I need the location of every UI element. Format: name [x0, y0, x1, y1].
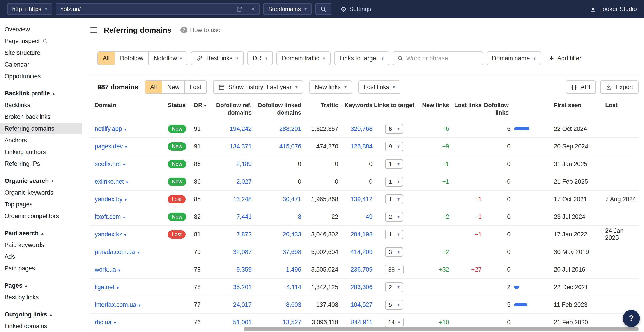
domain-link[interactable]: itxoft.com — [95, 213, 121, 220]
sidebar-item-top-pages[interactable]: Top pages — [0, 198, 82, 210]
links-to-target-select[interactable]: 1▾ — [385, 194, 403, 204]
col-dofollow-ref[interactable]: Dofollow ref. domains — [214, 102, 252, 116]
col-status[interactable]: Status — [166, 102, 192, 109]
dofollow-linked-link[interactable]: 8 — [298, 213, 301, 220]
dofollow-linked-link[interactable]: 20,433 — [282, 231, 301, 238]
dofollow-linked-link[interactable]: 0 — [298, 178, 301, 185]
dofollow-ref-link[interactable]: 194,242 — [230, 126, 252, 132]
links-to-target-select[interactable]: 38▾ — [385, 265, 404, 274]
status-segment-new[interactable]: New — [162, 81, 185, 94]
segment-all[interactable]: All — [98, 52, 115, 64]
phrase-search-input[interactable] — [406, 55, 486, 62]
dofollow-ref-link[interactable]: 32,087 — [233, 248, 252, 255]
sidebar-item-anchors[interactable]: Anchors — [0, 134, 82, 146]
links-to-target-select[interactable]: 1▾ — [385, 159, 403, 169]
domain-link[interactable]: yandex.kz — [95, 231, 122, 238]
dofollow-ref-link[interactable]: 13,248 — [233, 196, 252, 202]
col-dr[interactable]: DR ▾ — [192, 102, 214, 109]
sidebar-section-organic-search[interactable]: Organic search▴ — [0, 175, 82, 187]
keywords-link[interactable]: 236,709 — [350, 266, 372, 273]
sidebar-item-referring-domains[interactable]: Referring domains — [0, 123, 82, 134]
chevron-down-icon[interactable]: ▾ — [137, 250, 139, 255]
dofollow-linked-link[interactable]: 415,076 — [279, 143, 301, 150]
domain-link[interactable]: exlinko.net — [95, 178, 124, 185]
links-to-target-dropdown[interactable]: Links to target ▾ — [334, 52, 389, 65]
links-to-target-select[interactable]: 2▾ — [385, 282, 403, 292]
chevron-down-icon[interactable]: ▾ — [126, 180, 128, 184]
chevron-down-icon[interactable]: ▾ — [125, 198, 127, 202]
domain-link[interactable]: netlify.app — [95, 126, 122, 132]
sidebar-item-opportunities[interactable]: Opportunities — [0, 70, 82, 82]
clear-url-icon[interactable]: × — [251, 6, 255, 12]
col-links-to-target[interactable]: Links to target — [372, 102, 416, 109]
dofollow-linked-link[interactable]: 30,471 — [282, 196, 301, 202]
sidebar-item-organic-competitors[interactable]: Organic competitors — [0, 210, 82, 222]
keywords-link[interactable]: 126,884 — [350, 143, 372, 150]
export-button[interactable]: Export — [600, 80, 638, 94]
keywords-link[interactable]: 0 — [369, 178, 372, 185]
search-button[interactable] — [315, 3, 332, 15]
links-to-target-select[interactable]: 6▾ — [385, 124, 403, 134]
domain-link[interactable]: work.ua — [95, 266, 116, 273]
dofollow-ref-link[interactable]: 7,441 — [236, 213, 252, 220]
segment-dofollow[interactable]: Dofollow — [115, 52, 149, 64]
sidebar-item-organic-keywords[interactable]: Organic keywords — [0, 187, 82, 198]
keywords-link[interactable]: 104,527 — [350, 301, 372, 308]
sidebar-item-paid-keywords[interactable]: Paid keywords — [0, 239, 82, 251]
col-dofollow-linked[interactable]: Dofollow linked domains — [252, 102, 301, 116]
dofollow-ref-link[interactable]: 2,189 — [236, 160, 252, 167]
chevron-down-icon[interactable]: ▾ — [116, 286, 118, 290]
col-lost[interactable]: Lost — [590, 102, 638, 109]
external-link-icon[interactable] — [236, 6, 243, 12]
dofollow-ref-link[interactable]: 51,001 — [233, 319, 252, 326]
col-lost-links[interactable]: Lost links — [449, 102, 482, 109]
domain-link[interactable]: interfax.com.ua — [95, 301, 136, 308]
dofollow-ref-link[interactable]: 9,359 — [236, 266, 252, 273]
keywords-link[interactable]: 284,198 — [350, 231, 372, 238]
col-new-links[interactable]: New links — [416, 102, 449, 109]
dr-filter-dropdown[interactable]: DR ▾ — [247, 52, 273, 65]
chevron-down-icon[interactable]: ▾ — [114, 321, 116, 325]
dofollow-linked-link[interactable]: 37,698 — [282, 248, 301, 255]
links-to-target-select[interactable]: 14▾ — [385, 318, 404, 327]
keywords-link[interactable]: 320,768 — [350, 126, 372, 132]
links-to-target-select[interactable]: 9▾ — [385, 142, 403, 151]
domain-traffic-dropdown[interactable]: Domain traffic ▾ — [276, 52, 330, 65]
links-to-target-select[interactable]: 5▾ — [385, 300, 403, 310]
dofollow-ref-link[interactable]: 2,027 — [236, 178, 252, 185]
sidebar-item-best-by-links[interactable]: Best by links — [0, 292, 82, 303]
domain-link[interactable]: seoflx.net — [95, 160, 121, 167]
links-to-target-select[interactable]: 1▾ — [385, 230, 403, 239]
help-button[interactable]: ? — [623, 310, 640, 327]
sidebar-item-linked-domains[interactable]: Linked domains — [0, 320, 82, 332]
chevron-down-icon[interactable]: ▾ — [124, 233, 126, 237]
dofollow-ref-link[interactable]: 7,872 — [236, 231, 252, 238]
links-to-target-select[interactable]: 2▾ — [385, 212, 403, 222]
search-mode-dropdown[interactable]: Domain name ▾ — [486, 52, 541, 65]
segment-nofollow[interactable]: Nofollow▾ — [149, 52, 187, 64]
dofollow-ref-link[interactable]: 134,371 — [230, 143, 252, 150]
keywords-link[interactable]: 49 — [366, 213, 372, 220]
how-to-use-link[interactable]: ? How to use — [180, 26, 220, 34]
domain-link[interactable]: yandex.by — [95, 196, 122, 202]
sidebar-item-site-structure[interactable]: Site structure — [0, 47, 82, 59]
col-dofollow-links[interactable]: Dofollow links — [482, 102, 531, 116]
new-links-dropdown[interactable]: New links ▾ — [309, 80, 352, 94]
dofollow-linked-link[interactable]: 13,527 — [282, 319, 301, 326]
status-segment-lost[interactable]: Lost — [185, 81, 206, 94]
links-to-target-select[interactable]: 3▾ — [385, 247, 403, 257]
sidebar-item-broken-backlinks[interactable]: Broken backlinks — [0, 111, 82, 123]
sidebar-item-backlinks[interactable]: Backlinks — [0, 99, 82, 111]
col-first-seen[interactable]: First seen — [531, 102, 590, 109]
dofollow-linked-link[interactable]: 1,496 — [286, 266, 301, 273]
keywords-link[interactable]: 139,412 — [350, 196, 372, 202]
chevron-down-icon[interactable]: ▾ — [118, 268, 120, 272]
looker-studio-link[interactable]: Looker Studio — [590, 6, 637, 13]
dofollow-ref-link[interactable]: 24,017 — [233, 301, 252, 308]
chevron-down-icon[interactable]: ▾ — [139, 303, 141, 308]
domain-link[interactable]: pages.dev — [95, 143, 123, 150]
dofollow-linked-link[interactable]: 4,114 — [286, 284, 301, 290]
show-history-dropdown[interactable]: Show history: Last year ▾ — [213, 80, 303, 94]
scope-dropdown[interactable]: Subdomains ▾ — [263, 3, 312, 15]
sidebar-section-backlink-profile[interactable]: Backlink profile▴ — [0, 88, 82, 99]
